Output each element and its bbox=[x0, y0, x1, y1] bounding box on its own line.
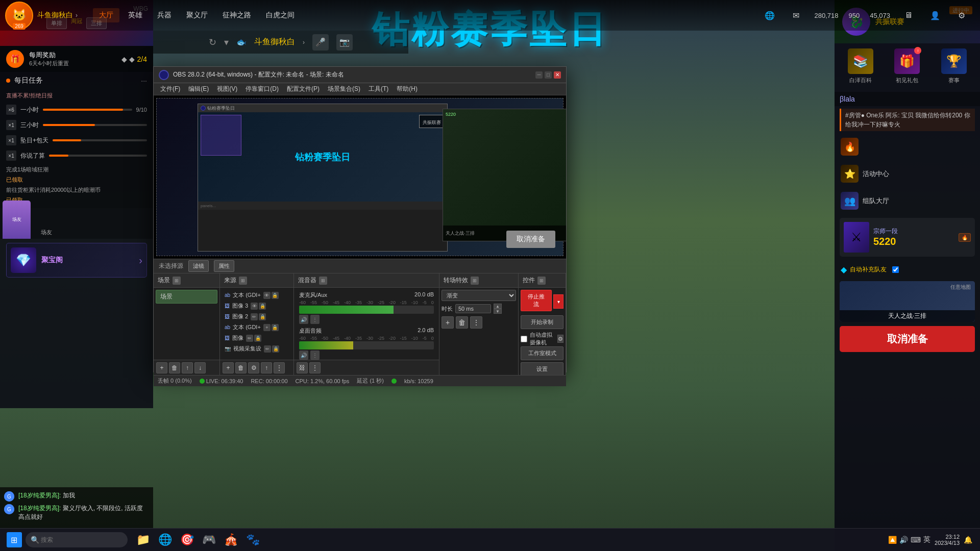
scene-del-btn[interactable]: 🗑 bbox=[169, 362, 180, 373]
menu-view[interactable]: 视图(V) bbox=[213, 84, 241, 94]
notification-icon[interactable]: 🔔 bbox=[964, 536, 972, 544]
taskbar-clock[interactable]: 23:12 2023/4/13 bbox=[935, 534, 960, 546]
events-item[interactable]: 🏆 赛事 bbox=[941, 48, 967, 84]
obs-cancel-ready-btn[interactable]: 取消准备 bbox=[506, 231, 555, 248]
duration-down-btn[interactable]: ▼ bbox=[494, 309, 502, 314]
daily-dots-btn[interactable]: ··· bbox=[141, 77, 147, 85]
obs-maximize-btn[interactable]: □ bbox=[545, 71, 552, 79]
tray-lang-icon[interactable]: 英 bbox=[923, 535, 930, 544]
taskbar-search-input[interactable] bbox=[26, 532, 128, 547]
scene-item-main[interactable]: 场景 bbox=[156, 290, 217, 304]
taskbar-app-game1[interactable]: 🎯 bbox=[177, 530, 197, 550]
eye-icon-6[interactable]: ✏ bbox=[264, 345, 271, 353]
start-record-btn[interactable]: 开始录制 bbox=[521, 315, 564, 329]
weekly-reward[interactable]: 🎁 每周奖励 6天4小时后重置 ◆ ◆ 2/4 bbox=[0, 46, 153, 72]
settings-btn[interactable]: 设置 bbox=[521, 362, 564, 375]
camera-btn[interactable]: 📷 bbox=[336, 34, 353, 51]
first-gift-item[interactable]: 🎁 ! 初见礼包 bbox=[894, 48, 920, 84]
edit-icon-3[interactable]: ✏ bbox=[251, 313, 258, 320]
eye-icon-1[interactable]: 👁 bbox=[263, 292, 271, 299]
scene-up-btn[interactable]: ↑ bbox=[182, 362, 193, 373]
menu-edit[interactable]: 编辑(E) bbox=[184, 84, 213, 94]
nav-username[interactable]: 斗鱼御秋白 bbox=[37, 11, 73, 20]
transition-remove-btn[interactable]: 🗑 bbox=[456, 316, 468, 329]
mixer-expand-icon[interactable]: ⊞ bbox=[319, 277, 327, 285]
transition-add-btn[interactable]: + bbox=[442, 316, 454, 329]
scene-expand-icon[interactable]: ⊞ bbox=[173, 277, 181, 285]
obs-filters-btn[interactable]: 属性 bbox=[214, 260, 234, 272]
cancel-ready-button[interactable]: 取消准备 bbox=[840, 326, 975, 352]
lock-icon-6[interactable]: 🔒 bbox=[272, 345, 279, 353]
auto-fill-checkbox[interactable] bbox=[892, 266, 899, 273]
tray-keyboard-icon[interactable]: ⌨ bbox=[911, 536, 921, 544]
obs-properties-btn[interactable]: 滤镜 bbox=[188, 260, 209, 272]
nav-tab-guild[interactable]: 聚义厅 bbox=[180, 8, 214, 22]
duration-up-btn[interactable]: ▲ bbox=[494, 304, 502, 309]
controls-expand-icon[interactable]: ⊞ bbox=[537, 277, 546, 285]
obs-minimize-btn[interactable]: ─ bbox=[535, 71, 543, 79]
person-icon[interactable]: 👤 bbox=[927, 7, 943, 23]
eye-icon-4[interactable]: + bbox=[263, 324, 271, 331]
menu-file[interactable]: 文件(F) bbox=[156, 84, 184, 94]
nav-tab-hero[interactable]: 英雄 bbox=[122, 8, 149, 22]
streamer-dropdown[interactable]: ▾ bbox=[224, 37, 229, 48]
source-del-btn[interactable]: 🗑 bbox=[235, 362, 247, 373]
lock-icon-5[interactable]: 🔒 bbox=[254, 335, 261, 342]
virtual-camera-checkbox[interactable] bbox=[521, 336, 527, 342]
encyclopedia-item[interactable]: 📚 白泽百科 bbox=[848, 48, 873, 84]
edit-icon-5[interactable]: ✏ bbox=[246, 335, 253, 342]
menu-profile[interactable]: 配置文件(P) bbox=[283, 84, 324, 94]
lock-icon-4[interactable]: 🔒 bbox=[272, 324, 279, 331]
source-add-btn[interactable]: + bbox=[223, 362, 234, 373]
taskbar-app-game2[interactable]: 🎮 bbox=[199, 530, 219, 550]
streamer-name[interactable]: 斗鱼御秋白 bbox=[254, 37, 295, 47]
mixer-desktop-more[interactable]: ⋮ bbox=[310, 350, 320, 360]
virtual-camera-check[interactable]: 自动虚拟摄像机 ⚙ bbox=[521, 331, 564, 346]
taskbar-app-browser[interactable]: 🌐 bbox=[155, 530, 175, 550]
lock-icon-1[interactable]: 🔒 bbox=[272, 292, 279, 299]
menu-tools[interactable]: 工具(T) bbox=[364, 84, 393, 94]
globe-icon[interactable]: 🌐 bbox=[762, 7, 778, 23]
source-item-2[interactable]: 🖼 图像 3 👁 🔒 bbox=[222, 300, 291, 311]
tray-expand-icon[interactable]: 🔼 bbox=[888, 536, 897, 544]
stream-dropdown-btn[interactable]: ▾ bbox=[553, 294, 564, 309]
group-hall-btn[interactable]: 👥 组队大厅 bbox=[835, 188, 980, 214]
menu-scene-collection[interactable]: 场景集合(S) bbox=[324, 84, 364, 94]
streamer-refresh[interactable]: ↻ bbox=[209, 37, 216, 48]
tray-sound-icon[interactable]: 🔊 bbox=[899, 536, 908, 544]
settings-icon[interactable]: ⚙ bbox=[953, 7, 970, 23]
lock-icon-3[interactable]: 🔒 bbox=[259, 313, 266, 320]
duration-input[interactable] bbox=[455, 304, 491, 313]
source-expand-icon[interactable]: ⊞ bbox=[239, 277, 247, 285]
source-settings-btn[interactable]: ⚙ bbox=[248, 362, 259, 373]
nav-tab-journey[interactable]: 征神之路 bbox=[216, 8, 257, 22]
taskbar-app-explorer[interactable]: 📁 bbox=[133, 530, 153, 550]
source-item-4[interactable]: ab 文本 (GDI+ + 🔒 bbox=[222, 322, 291, 333]
transition-expand-icon[interactable]: ⊞ bbox=[471, 277, 479, 285]
studio-mode-btn[interactable]: 工作室模式 bbox=[521, 346, 564, 360]
source-more-btn[interactable]: ⋮ bbox=[274, 362, 285, 373]
mixer-mic-more[interactable]: ⋮ bbox=[310, 315, 320, 324]
mixer-link-btn[interactable]: ⛓ bbox=[297, 362, 308, 373]
source-item-1[interactable]: ab 文本 (GDI+ 👁 🔒 bbox=[222, 290, 291, 300]
transition-more-btn[interactable]: ⋮ bbox=[470, 316, 482, 329]
lock-icon-2[interactable]: 🔒 bbox=[259, 303, 266, 310]
mic-btn[interactable]: 🎤 bbox=[312, 34, 329, 51]
taskbar-app-game4[interactable]: 🐾 bbox=[242, 530, 263, 550]
mixer-more-btn[interactable]: ⋮ bbox=[309, 362, 321, 373]
start-button[interactable]: ⊞ bbox=[3, 530, 26, 550]
nav-tab-room[interactable]: 白虎之间 bbox=[260, 8, 301, 22]
source-item-3[interactable]: 🖼 图像 2 ✏ 🔒 bbox=[222, 311, 291, 322]
mail-icon[interactable]: ✉ bbox=[788, 7, 804, 23]
menu-dock[interactable]: 停靠窗口(D) bbox=[241, 84, 283, 94]
treasure-box[interactable]: 💎 聚宝阁 › bbox=[6, 243, 147, 278]
auto-fill-row[interactable]: ◆ 自动补充队友 bbox=[835, 261, 980, 279]
nav-avatar[interactable]: 🐱 269 bbox=[5, 2, 33, 30]
source-up-btn[interactable]: ↑ bbox=[261, 362, 272, 373]
activity-center-btn[interactable]: ⭐ 活动中心 bbox=[835, 161, 980, 187]
monitor-icon[interactable]: 🖥 bbox=[900, 7, 917, 23]
stop-stream-btn[interactable]: 停止推流 bbox=[521, 290, 552, 311]
task-claim[interactable]: 已领取 bbox=[6, 176, 147, 184]
nav-tab-weapon[interactable]: 兵器 bbox=[151, 8, 178, 22]
virtual-camera-settings[interactable]: ⚙ bbox=[557, 335, 564, 343]
